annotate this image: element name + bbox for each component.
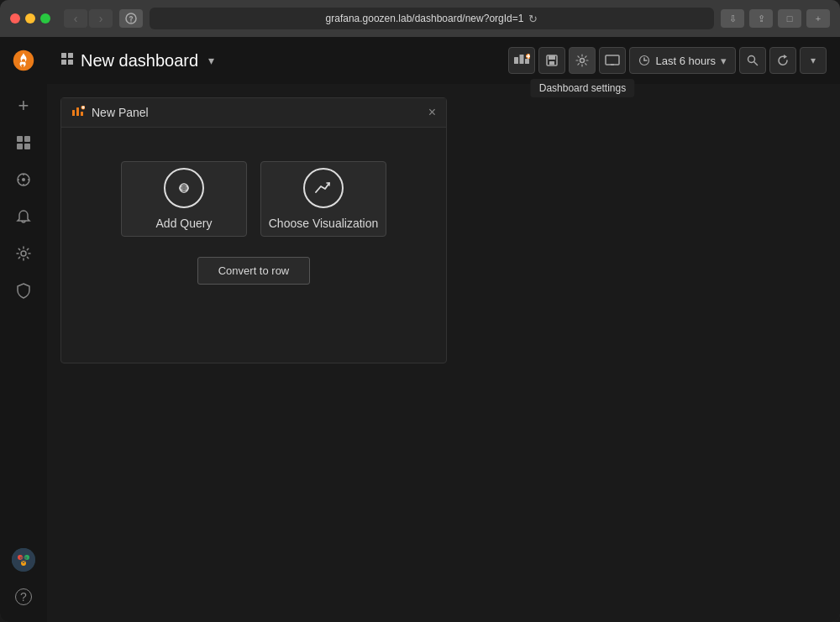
back-button[interactable]: ‹ [64, 9, 87, 28]
top-bar: New dashboard ▾ [47, 37, 840, 84]
refresh-button[interactable] [769, 47, 796, 74]
main-content: New dashboard ▾ [47, 37, 840, 622]
svg-rect-43 [72, 110, 75, 116]
url-text: grafana.goozen.lab/dashboard/new?orgId=1 [326, 13, 524, 24]
add-query-label: Add Query [156, 217, 213, 230]
avatar [12, 548, 35, 572]
pip-button[interactable]: □ [778, 9, 801, 28]
title-bar-right: ⇩ ⇪ □ + [721, 9, 830, 28]
svg-rect-25 [514, 57, 518, 64]
sidebar-item-explore[interactable] [0, 161, 47, 198]
panel-container: New Panel × [60, 97, 447, 363]
svg-rect-35 [606, 55, 619, 65]
toolbar: Dashboard settings Last 6 hours ▾ [508, 47, 827, 74]
sidebar-item-avatar[interactable] [0, 541, 47, 578]
download-button[interactable]: ⇩ [721, 9, 744, 28]
svg-line-42 [754, 62, 758, 65]
grafana-sidebar: + [0, 37, 47, 622]
title-bar: ‹ › grafana.goozen.lab/dashboard/new?org… [0, 0, 840, 37]
title-dropdown-arrow[interactable]: ▾ [208, 54, 214, 67]
svg-rect-24 [68, 60, 73, 65]
svg-rect-45 [81, 112, 83, 116]
settings-button[interactable] [569, 47, 596, 74]
svg-rect-14 [12, 548, 35, 572]
search-button[interactable] [739, 47, 766, 74]
svg-rect-23 [61, 60, 66, 65]
tv-mode-button[interactable] [599, 47, 626, 74]
new-tab-button[interactable]: + [806, 9, 830, 28]
svg-rect-5 [17, 144, 23, 149]
maximize-button[interactable] [40, 13, 50, 24]
dashboard-title: New dashboard [81, 51, 198, 71]
traffic-lights [10, 13, 50, 24]
choose-vis-icon [303, 168, 344, 208]
nav-buttons: ‹ › [64, 9, 113, 28]
save-button[interactable] [538, 47, 565, 74]
svg-rect-32 [549, 55, 555, 60]
sidebar-item-shield[interactable] [0, 272, 47, 309]
panel-grid-icon [60, 52, 74, 69]
share-button[interactable]: ⇪ [749, 9, 773, 28]
svg-rect-33 [549, 61, 554, 65]
forward-button[interactable]: › [89, 9, 113, 28]
svg-rect-27 [525, 59, 529, 64]
add-query-icon [164, 168, 204, 208]
panel-type-icon [71, 106, 85, 120]
svg-point-1 [130, 21, 131, 22]
time-range-chevron: ▾ [721, 55, 727, 67]
sidebar-item-dashboards[interactable] [0, 124, 47, 161]
svg-point-13 [21, 251, 26, 256]
sidebar-item-alerting[interactable] [0, 198, 47, 235]
time-range-button[interactable]: Last 6 hours ▾ [629, 47, 736, 74]
svg-rect-22 [68, 53, 73, 58]
panel-close-button[interactable]: × [428, 105, 436, 120]
refresh-icon: ↻ [528, 13, 538, 25]
choose-vis-label: Choose Visualization [269, 217, 379, 230]
minimize-button[interactable] [25, 13, 35, 24]
sidebar-item-configuration[interactable] [0, 235, 47, 272]
panel-header: New Panel × [61, 98, 446, 128]
sidebar-item-help[interactable]: ? [0, 578, 47, 615]
browser-content: + [0, 37, 840, 622]
time-range-label: Last 6 hours [655, 55, 716, 67]
add-query-button[interactable]: Add Query [121, 161, 247, 237]
svg-rect-26 [520, 55, 524, 64]
page-info-button[interactable] [119, 9, 143, 28]
action-buttons-row: Add Query Choose Visuali [121, 161, 386, 237]
svg-rect-4 [24, 136, 30, 142]
sidebar-item-add[interactable]: + [0, 87, 47, 124]
choose-vis-button[interactable]: Choose Visualization [260, 161, 386, 237]
add-panel-button[interactable] [508, 47, 535, 74]
address-bar[interactable]: grafana.goozen.lab/dashboard/new?orgId=1… [150, 8, 714, 29]
grafana-logo[interactable] [0, 37, 47, 84]
panel-body: Add Query Choose Visuali [61, 128, 446, 363]
convert-to-row-button[interactable]: Convert to row [197, 257, 311, 285]
svg-point-34 [580, 59, 585, 63]
panel-title: New Panel [92, 106, 422, 119]
close-button[interactable] [10, 13, 20, 24]
svg-rect-3 [17, 136, 23, 142]
svg-rect-44 [76, 107, 79, 116]
svg-rect-6 [24, 144, 30, 149]
svg-rect-21 [61, 53, 66, 58]
sidebar-bottom: ? [0, 541, 47, 622]
more-button[interactable]: ▾ [800, 47, 827, 74]
dashboard-area: New Panel × [47, 84, 840, 622]
svg-point-8 [22, 178, 25, 181]
settings-container: Dashboard settings [569, 47, 596, 74]
